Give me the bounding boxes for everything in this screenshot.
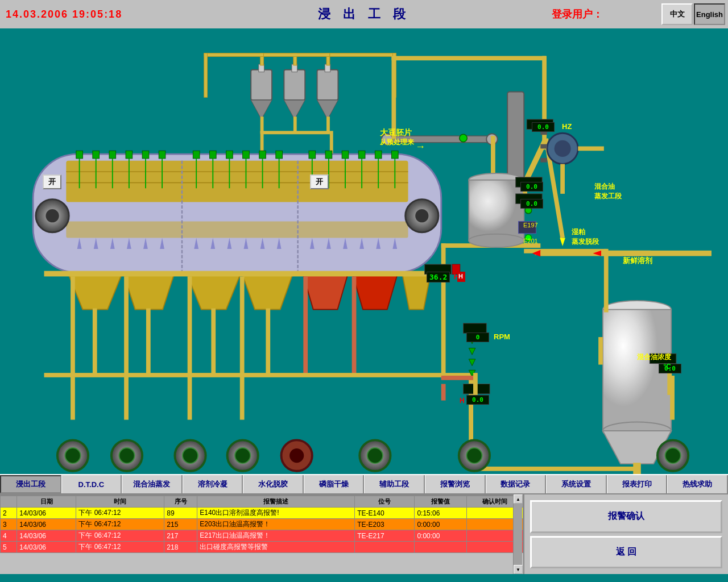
alarm-row[interactable]: 5 14/03/06 下午 06:47:12 218 出口碰度高报警等报警	[1, 542, 523, 553]
open-button-2[interactable]: 开	[310, 174, 329, 189]
svg-rect-104	[303, 276, 308, 376]
alarm-scrollbar[interactable]: ▲ ▼	[513, 494, 522, 574]
svg-rect-47	[325, 151, 332, 159]
svg-point-153	[119, 448, 134, 463]
svg-rect-48	[342, 151, 349, 159]
rpm-unit: RPM	[494, 332, 510, 341]
nav-btn-4[interactable]: 水化脱胶	[243, 475, 304, 493]
alarm-cell-num: 5	[1, 542, 17, 553]
svg-rect-21	[260, 131, 264, 156]
svg-rect-16	[392, 53, 396, 98]
svg-marker-146	[469, 370, 475, 377]
svg-rect-95	[93, 309, 97, 375]
svg-rect-140	[240, 376, 245, 420]
svg-marker-79	[244, 238, 249, 249]
svg-marker-4	[284, 100, 305, 119]
alarm-header-desc: 报警描述	[197, 496, 355, 508]
from-preprocess-label: 从预处理来	[380, 138, 414, 147]
svg-marker-82	[310, 238, 315, 249]
svg-point-158	[282, 440, 312, 471]
alarm-cell-desc: 出口碰度高报警等报警	[197, 542, 355, 553]
svg-rect-180	[540, 158, 547, 163]
english-lang-button[interactable]: English	[694, 3, 725, 25]
svg-rect-121	[523, 191, 527, 196]
action-buttons: 报警确认 返 回	[523, 494, 728, 574]
nav-btn-3[interactable]: 溶剂冷凝	[183, 475, 243, 493]
svg-point-150	[57, 440, 88, 471]
svg-point-32	[406, 199, 439, 232]
alarm-cell-date: 14/03/06	[17, 519, 76, 530]
svg-marker-87	[392, 238, 397, 249]
alarm-cell-value: 0:15:06	[415, 508, 467, 519]
alarm-cell-seq: 215	[164, 519, 197, 530]
e201-label: E201	[523, 238, 538, 244]
svg-rect-50	[375, 151, 382, 159]
svg-line-111	[546, 139, 562, 238]
nav-btn-8[interactable]: 数据记录	[486, 475, 547, 493]
svg-rect-149	[542, 56, 547, 149]
nav-btn-10[interactable]: 报表打印	[607, 475, 668, 493]
svg-rect-98	[266, 309, 270, 375]
h-indicator: H	[460, 397, 465, 405]
svg-marker-81	[277, 238, 282, 249]
svg-rect-137	[71, 376, 75, 420]
alarm-header-num	[1, 496, 17, 508]
alarm-cell-time: 下午 06:47:12	[76, 519, 164, 530]
svg-rect-132	[601, 251, 712, 256]
svg-marker-75	[160, 238, 164, 249]
nav-btn-0[interactable]: 浸出工段	[0, 475, 61, 493]
svg-point-30	[36, 199, 69, 232]
svg-marker-74	[143, 238, 148, 249]
alarm-header-seq: 序号	[164, 496, 197, 508]
scroll-up-button[interactable]: ▲	[514, 494, 523, 504]
svg-rect-107	[441, 243, 446, 379]
svg-rect-45	[276, 151, 283, 159]
fresh-solvent-label: 新鲜溶剂	[623, 256, 652, 266]
svg-rect-101	[124, 276, 129, 376]
nav-btn-1[interactable]: D.T.D.C	[61, 475, 122, 493]
svg-rect-190	[441, 384, 446, 401]
nav-btn-2[interactable]: 混合油蒸发	[122, 475, 183, 493]
svg-rect-41	[209, 151, 216, 159]
svg-marker-76	[194, 238, 198, 249]
svg-marker-93	[353, 275, 398, 309]
svg-rect-97	[211, 309, 216, 375]
nav-btn-7[interactable]: 报警浏览	[425, 475, 486, 493]
svg-rect-139	[188, 376, 192, 420]
alarm-cell-date: 14/03/06	[17, 508, 76, 519]
svg-rect-38	[142, 151, 149, 159]
alarm-row[interactable]: 4 14/03/06 下午 06:47:12 217 E217出口油温高报警！ …	[1, 530, 523, 542]
chinese-lang-button[interactable]: 中文	[661, 3, 693, 25]
svg-rect-5	[292, 64, 297, 72]
svg-point-165	[665, 448, 680, 463]
alarm-row[interactable]: 3 14/03/06 下午 06:47:12 215 E203出口油温高报警！ …	[1, 519, 523, 530]
svg-point-115	[486, 134, 497, 144]
svg-point-155	[183, 448, 198, 463]
svg-rect-185	[464, 323, 487, 333]
nav-btn-9[interactable]: 系统设置	[546, 475, 607, 493]
alarm-cell-desc: E140出口溶剂温度高报警!	[197, 508, 355, 519]
nav-btn-6[interactable]: 辅助工段	[364, 475, 425, 493]
confirm-alarm-button[interactable]: 报警确认	[530, 500, 722, 533]
page-title: 浸 出 工 段	[318, 6, 410, 23]
alarm-cell-value	[415, 542, 467, 553]
scroll-down-button[interactable]: ▼	[514, 565, 523, 574]
svg-rect-179	[540, 144, 547, 149]
svg-rect-135	[469, 375, 473, 469]
svg-rect-186	[464, 384, 490, 394]
svg-rect-42	[226, 151, 233, 159]
nav-btn-5[interactable]: 磷脂干燥	[304, 475, 365, 493]
alarm-row[interactable]: 2 14/03/06 下午 06:47:12 89 E140出口溶剂温度高报警!…	[1, 508, 523, 519]
svg-rect-51	[391, 151, 398, 159]
to-desolv-label: 湿粕 蒸发脱段	[572, 227, 599, 247]
open-button-1[interactable]: 开	[43, 174, 61, 189]
nav-btn-11[interactable]: 热线求助	[667, 475, 728, 493]
svg-marker-72	[110, 238, 115, 249]
svg-marker-125	[603, 431, 671, 464]
svg-rect-34	[76, 151, 83, 159]
svg-rect-18	[293, 117, 297, 133]
svg-point-174	[547, 133, 578, 164]
back-button[interactable]: 返 回	[530, 536, 722, 569]
svg-rect-27	[66, 221, 408, 238]
svg-rect-12	[260, 53, 330, 57]
